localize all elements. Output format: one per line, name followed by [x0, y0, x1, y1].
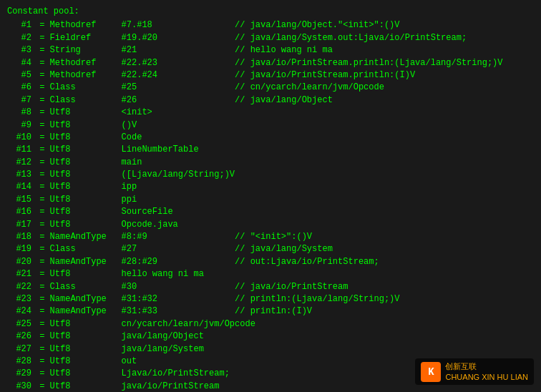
entry-ref: java/lang/Object	[122, 330, 235, 343]
table-row: #8 = Utf8 <init>	[7, 107, 534, 119]
entry-comment: // java/lang/System.out:Ljava/io/PrintSt…	[235, 32, 467, 44]
entry-type: Class	[50, 243, 122, 255]
entry-num: #9	[7, 119, 34, 132]
entry-ref: Code	[122, 132, 235, 144]
entry-ref: java/lang/System	[122, 343, 235, 356]
entry-ref: #28:#29	[122, 256, 235, 268]
watermark-text: 创新互联 CHUANG XIN HU LIAN	[445, 361, 528, 382]
entry-num: #18	[7, 231, 34, 243]
entry-eq: =	[34, 44, 50, 57]
entry-type: Class	[50, 82, 122, 94]
entry-eq: =	[34, 107, 50, 119]
entry-type: Utf8	[50, 144, 122, 156]
entry-eq: =	[34, 231, 50, 243]
entry-ref: cn/ycarch/learn/jvm/Opcode	[122, 318, 255, 330]
entry-num: #13	[7, 169, 34, 181]
entry-eq: =	[34, 281, 50, 293]
entry-type: Class	[50, 281, 122, 293]
entry-eq: =	[34, 368, 50, 380]
entry-type: NameAndType	[50, 293, 122, 305]
table-row: #25 = Utf8 cn/ycarch/learn/jvm/Opcode	[7, 318, 534, 330]
entry-num: #17	[7, 219, 34, 231]
table-row: #27 = Utf8 java/lang/System	[7, 343, 534, 356]
entry-comment: // hello wang ni ma	[235, 44, 333, 57]
table-row: #14 = Utf8 ipp	[7, 181, 534, 193]
entry-eq: =	[34, 94, 50, 107]
entry-type: NameAndType	[50, 305, 122, 318]
entry-ref: out	[122, 356, 235, 368]
table-row: #11 = Utf8 LineNumberTable	[7, 144, 534, 156]
entry-num: #27	[7, 343, 34, 356]
table-row: #5 = Methodref #22.#24 // java/io/PrintS…	[7, 69, 534, 82]
entry-type: Utf8	[50, 343, 122, 356]
table-row: #2 = Fieldref #19.#20 // java/lang/Syste…	[7, 32, 534, 44]
entry-num: #28	[7, 356, 34, 368]
table-row: #9 = Utf8 ()V	[7, 119, 534, 132]
entry-type: Utf8	[50, 381, 122, 392]
entry-eq: =	[34, 330, 50, 343]
table-row: #18 = NameAndType #8:#9 // "<init>":()V	[7, 231, 534, 243]
entry-type: Methodref	[50, 57, 122, 69]
entry-ref: ppi	[122, 194, 235, 206]
entry-comment: // println:(I)V	[235, 305, 312, 318]
entry-type: Utf8	[50, 157, 122, 169]
table-row: #10 = Utf8 Code	[7, 132, 534, 144]
entry-ref: <init>	[122, 107, 235, 119]
entry-type: Utf8	[50, 119, 122, 132]
entry-ref: #31:#33	[122, 305, 235, 318]
entry-ref: ([Ljava/lang/String;)V	[122, 169, 235, 181]
entry-num: #6	[7, 82, 34, 94]
table-row: #16 = Utf8 SourceFile	[7, 206, 534, 218]
entry-type: Fieldref	[50, 32, 122, 44]
entry-ref: ()V	[122, 119, 235, 132]
entry-type: Utf8	[50, 181, 122, 193]
entry-eq: =	[34, 318, 50, 330]
entry-num: #19	[7, 243, 34, 255]
entry-num: #23	[7, 293, 34, 305]
entry-num: #2	[7, 32, 34, 44]
code-container: Constant pool: #1 = Methodref #7.#18 // …	[0, 0, 541, 392]
entry-eq: =	[34, 181, 50, 193]
entry-type: Class	[50, 94, 122, 107]
entry-eq: =	[34, 132, 50, 144]
entry-type: Methodref	[50, 69, 122, 82]
entry-eq: =	[34, 57, 50, 69]
entry-num: #11	[7, 144, 34, 156]
entry-num: #14	[7, 181, 34, 193]
table-row: #12 = Utf8 main	[7, 157, 534, 169]
entry-comment: // println:(Ljava/lang/String;)V	[235, 293, 399, 305]
entry-eq: =	[34, 268, 50, 280]
entry-type: NameAndType	[50, 231, 122, 243]
entry-ref: #25	[122, 82, 235, 94]
entry-comment: // java/io/PrintStream.println:(Ljava/la…	[235, 57, 502, 69]
entry-type: Utf8	[50, 330, 122, 343]
table-row: #24 = NameAndType #31:#33 // println:(I)…	[7, 305, 534, 318]
entry-eq: =	[34, 356, 50, 368]
entry-type: Utf8	[50, 356, 122, 368]
entry-eq: =	[34, 157, 50, 169]
entries-container: #1 = Methodref #7.#18 // java/lang/Objec…	[7, 19, 534, 392]
table-row: #26 = Utf8 java/lang/Object	[7, 330, 534, 343]
entry-type: Utf8	[50, 318, 122, 330]
entry-type: Methodref	[50, 19, 122, 31]
entry-eq: =	[34, 69, 50, 82]
entry-ref: main	[122, 157, 235, 169]
table-row: #6 = Class #25 // cn/ycarch/learn/jvm/Op…	[7, 82, 534, 94]
entry-eq: =	[34, 19, 50, 31]
entry-ref: #22.#23	[122, 57, 235, 69]
entry-num: #3	[7, 44, 34, 57]
entry-eq: =	[34, 256, 50, 268]
table-row: #17 = Utf8 Opcode.java	[7, 219, 534, 231]
entry-num: #4	[7, 57, 34, 69]
entry-comment: // out:Ljava/io/PrintStream;	[235, 256, 379, 268]
entry-type: String	[50, 44, 122, 57]
entry-type: NameAndType	[50, 256, 122, 268]
entry-ref: Ljava/io/PrintStream;	[122, 368, 235, 380]
entry-ref: Opcode.java	[122, 219, 235, 231]
entry-comment: // java/io/PrintStream	[235, 281, 348, 293]
entry-comment: // cn/ycarch/learn/jvm/Opcode	[235, 82, 384, 94]
entry-ref: java/io/PrintStream	[122, 381, 235, 392]
entry-type: Utf8	[50, 206, 122, 218]
entry-num: #25	[7, 318, 34, 330]
entry-eq: =	[34, 305, 50, 318]
